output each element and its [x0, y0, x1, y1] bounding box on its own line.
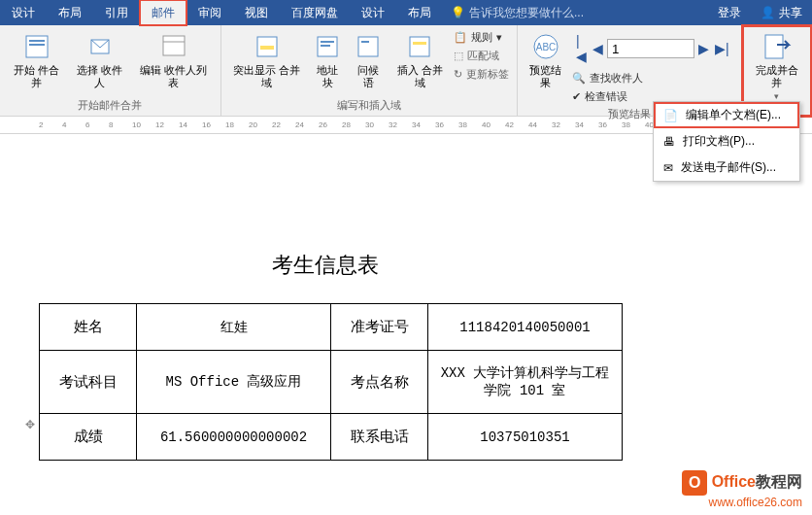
print-docs-item[interactable]: 🖶 打印文档(P)...: [654, 128, 799, 154]
select-recipients-button[interactable]: 选择 收件人: [69, 29, 130, 91]
finish-merge-dropdown: 📄 编辑单个文档(E)... 🖶 打印文档(P)... ✉ 发送电子邮件(S).…: [653, 101, 800, 182]
email-icon: ✉: [663, 161, 673, 175]
highlight-merge-fields-button[interactable]: 突出显示 合并域: [227, 29, 307, 91]
svg-rect-1: [29, 40, 45, 42]
share-button[interactable]: 👤 共享: [751, 5, 812, 21]
next-record-button[interactable]: ▶: [696, 41, 711, 56]
tab-references[interactable]: 引用: [93, 0, 140, 25]
edit-individual-docs-item[interactable]: 📄 编辑单个文档(E)...: [654, 102, 799, 128]
tab-layout2[interactable]: 布局: [396, 0, 443, 25]
svg-rect-9: [321, 41, 334, 43]
preview-results-button[interactable]: ABC 预览结果: [524, 29, 568, 91]
tab-baidu[interactable]: 百度网盘: [280, 0, 350, 25]
value-name[interactable]: 红娃: [137, 304, 331, 351]
finish-merge-button[interactable]: 完成并合并 ▾: [748, 29, 806, 103]
check-icon: ✔: [572, 90, 581, 103]
rules-button[interactable]: 📋规则 ▾: [452, 29, 511, 46]
label-site: 考点名称: [331, 351, 428, 414]
svg-rect-17: [765, 35, 783, 58]
match-fields-button[interactable]: ⬚匹配域: [452, 48, 511, 64]
label-phone: 联系电话: [331, 414, 428, 461]
refresh-icon: ↻: [454, 68, 462, 81]
edit-recipient-list-button[interactable]: 编辑 收件人列表: [133, 29, 215, 91]
highlight-icon: [252, 31, 283, 62]
office-logo-icon: O: [682, 470, 707, 496]
find-recipient-button[interactable]: 🔍查找收件人: [570, 70, 735, 86]
svg-rect-10: [321, 45, 330, 47]
address-icon: [312, 31, 343, 62]
match-icon: ⬚: [454, 50, 463, 62]
tab-design[interactable]: 设计: [0, 0, 47, 25]
share-icon: 👤: [761, 6, 775, 19]
label-score: 成绩: [40, 414, 137, 461]
tab-design2[interactable]: 设计: [350, 0, 396, 25]
table-row: 考试科目 MS Office 高级应用 考点名称 XXX 大学计算机科学与工程学…: [40, 351, 623, 414]
value-site[interactable]: XXX 大学计算机科学与工程学院 101 室: [428, 351, 623, 414]
start-mail-merge-button[interactable]: 开始 件合并: [6, 29, 67, 91]
svg-rect-12: [361, 41, 369, 43]
search-icon: 🔍: [572, 72, 586, 85]
mail-merge-icon: [21, 31, 52, 62]
send-email-item[interactable]: ✉ 发送电子邮件(S)...: [654, 154, 799, 181]
tab-view[interactable]: 视图: [233, 0, 280, 25]
svg-rect-7: [260, 46, 274, 50]
value-subject[interactable]: MS Office 高级应用: [137, 351, 331, 414]
recipients-icon: [85, 31, 116, 62]
bulb-icon: 💡: [451, 6, 465, 19]
group-label: 编写和插入域: [337, 96, 401, 115]
group-label: 开始邮件合并: [78, 96, 142, 115]
greeting-line-button[interactable]: 问候语: [349, 29, 388, 91]
document-canvas[interactable]: 考生信息表 ✥ 姓名 红娃 准考证号 1118420140050001 考试科目…: [0, 134, 812, 461]
edit-doc-icon: 📄: [663, 109, 678, 122]
prev-record-button[interactable]: ◀: [591, 41, 605, 56]
last-record-button[interactable]: ▶|: [713, 41, 731, 56]
menubar: 设计 布局 引用 邮件 审阅 视图 百度网盘 设计 布局 💡 告诉我您想要做什么…: [0, 0, 812, 25]
svg-text:ABC: ABC: [536, 42, 557, 52]
insert-merge-field-button[interactable]: 插入 合并域: [389, 29, 449, 91]
preview-icon: ABC: [530, 31, 561, 62]
login-button[interactable]: 登录: [708, 5, 751, 21]
svg-rect-13: [410, 37, 429, 56]
print-icon: 🖶: [663, 135, 675, 149]
info-table: 姓名 红娃 准考证号 1118420140050001 考试科目 MS Offi…: [39, 303, 623, 461]
chevron-down-icon: ▾: [774, 91, 779, 101]
tab-layout[interactable]: 布局: [47, 0, 93, 25]
svg-rect-0: [26, 36, 48, 57]
greeting-icon: [353, 31, 384, 62]
watermark-url: www.office26.com: [682, 496, 802, 509]
label-exam-no: 准考证号: [331, 304, 428, 351]
label-subject: 考试科目: [40, 351, 137, 414]
edit-list-icon: [158, 31, 189, 62]
tell-me-placeholder: 告诉我您想要做什么...: [469, 5, 584, 21]
group-start-merge: 开始 件合并 选择 收件人 编辑 收件人列表 开始邮件合并: [0, 25, 221, 117]
tab-mailings[interactable]: 邮件: [140, 0, 186, 25]
svg-rect-4: [163, 36, 185, 55]
table-row: 成绩 61.560000000000002 联系电话 10375010351: [40, 414, 623, 461]
finish-icon: [761, 31, 793, 62]
group-write-insert: 突出显示 合并域 地址块 问候语 插入 合并域 📋规则 ▾ ⬚匹配域 ↻更新标签…: [221, 25, 518, 117]
update-labels-button[interactable]: ↻更新标签: [452, 66, 511, 83]
table-anchor-icon[interactable]: ✥: [25, 418, 35, 431]
label-name: 姓名: [40, 304, 137, 351]
record-number-input[interactable]: [607, 39, 694, 58]
rules-icon: 📋: [454, 31, 467, 44]
address-block-button[interactable]: 地址块: [308, 29, 347, 91]
watermark: O Office教程网 www.office26.com: [682, 470, 802, 509]
value-exam-no[interactable]: 1118420140050001: [428, 304, 623, 351]
value-score[interactable]: 61.560000000000002: [137, 414, 331, 461]
svg-rect-11: [358, 37, 378, 56]
svg-rect-14: [413, 42, 426, 45]
table-row: 姓名 红娃 准考证号 1118420140050001: [40, 304, 623, 351]
svg-rect-2: [29, 44, 45, 46]
tab-review[interactable]: 审阅: [186, 0, 233, 25]
tell-me-search[interactable]: 💡 告诉我您想要做什么...: [443, 5, 592, 21]
value-phone[interactable]: 10375010351: [428, 414, 623, 461]
insert-field-icon: [404, 31, 435, 62]
document-title: 考生信息表: [29, 251, 622, 280]
first-record-button[interactable]: |◀: [574, 33, 589, 64]
